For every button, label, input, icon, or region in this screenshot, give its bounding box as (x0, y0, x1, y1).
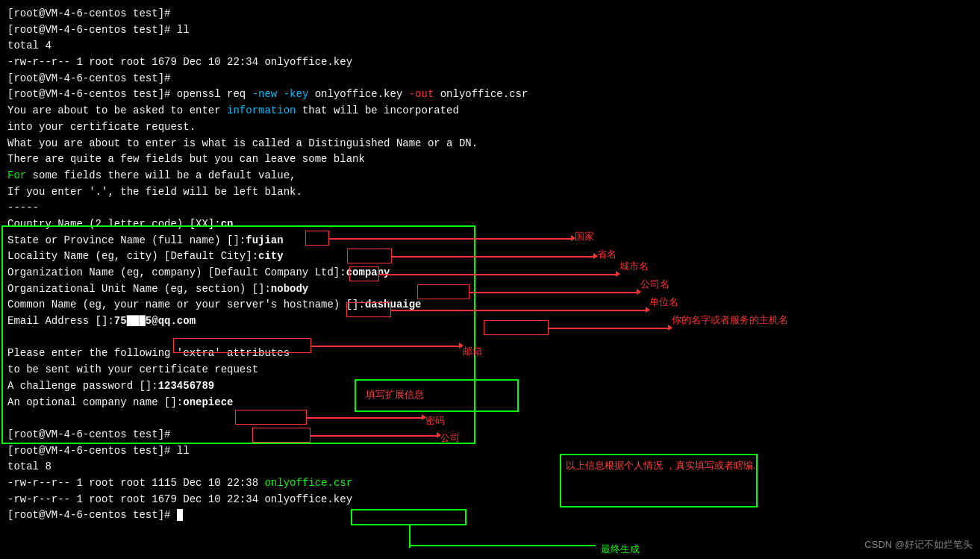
terminal-line: total 4 (7, 38, 973, 54)
form-org: Organization Name (eg, company) [Default… (7, 265, 973, 281)
form-cn: Common Name (eg, your name or your serve… (7, 297, 973, 313)
terminal-line: [root@VM-4-6-centos test]# ll (7, 443, 973, 460)
annotation-zuizhong: 最终生成 (601, 543, 640, 556)
terminal-line: There are quite a few fields but you can… (7, 152, 973, 168)
terminal-line: [root@VM-4-6-centos test]# (7, 71, 973, 87)
arrow-zuizhong-h (409, 545, 596, 546)
form-state: State or Province Name (full name) []:fu… (7, 233, 973, 249)
terminal-line: [root@VM-4-6-centos test]# ll (7, 22, 973, 39)
terminal-line: -rw-r--r-- 1 root root 1115 Dec 10 22:38… (7, 475, 973, 492)
terminal-line: [root@VM-4-6-centos test]# (7, 508, 973, 524)
terminal-line (7, 330, 973, 346)
terminal-line: [root@VM-4-6-centos test]# openssl req -… (7, 87, 973, 103)
terminal: [root@VM-4-6-centos test]# [root@VM-4-6-… (0, 0, 980, 530)
terminal-line: For some fields there will be a default … (7, 168, 973, 184)
terminal-line: What you are about to enter is what is c… (7, 136, 973, 152)
form-unit: Organizational Unit Name (eg, section) [… (7, 281, 973, 298)
terminal-line: If you enter '.', the field will be left… (7, 184, 973, 201)
terminal-line: to be sent with your certificate request (7, 362, 973, 378)
terminal-line: into your certificate request. (7, 119, 973, 136)
terminal-line: Please enter the following 'extra' attri… (7, 346, 973, 362)
terminal-line: total 8 (7, 459, 973, 475)
terminal-line: -rw-r--r-- 1 root root 1679 Dec 10 22:34… (7, 492, 973, 508)
terminal-line: ----- (7, 200, 973, 216)
form-password: A challenge password []:123456789 (7, 378, 973, 395)
terminal-line (7, 410, 973, 427)
form-city: Locality Name (eg, city) [Default City]:… (7, 249, 973, 265)
terminal-line: -rw-r--r-- 1 root root 1679 Dec 10 22:34… (7, 54, 973, 71)
form-company: An optional company name []:onepiece (7, 395, 973, 411)
csdn-watermark: CSDN @好记不如烂笔头 (864, 538, 973, 552)
form-country: Country Name (2 letter code) [XX]:cn (7, 216, 973, 233)
terminal-line: You are about to be asked to enter infor… (7, 103, 973, 119)
form-email: Email Address []:75███5@qq.com (7, 313, 973, 330)
terminal-line: [root@VM-4-6-centos test]# (7, 6, 973, 22)
terminal-line: [root@VM-4-6-centos test]# (7, 427, 973, 443)
